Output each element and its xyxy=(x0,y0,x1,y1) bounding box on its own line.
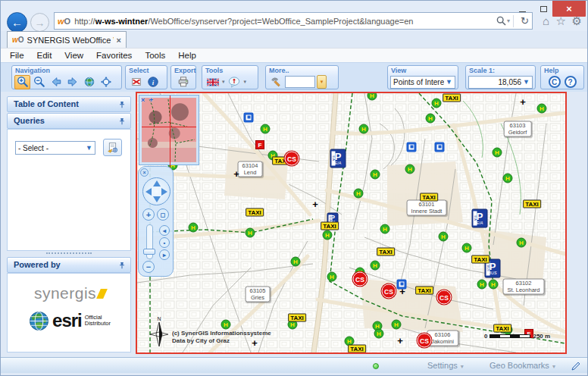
previous-view-button[interactable]: ◂ xyxy=(159,225,170,236)
tab-close-icon[interactable]: × xyxy=(117,36,121,45)
zoom-in-button[interactable] xyxy=(14,75,30,89)
carsharing-marker[interactable]: CS xyxy=(382,284,396,299)
transit-stop-marker[interactable]: H xyxy=(261,124,271,134)
maptip-bubble-icon[interactable] xyxy=(227,75,242,89)
chevron-down-icon[interactable]: ▾ xyxy=(222,79,225,85)
dropdown-arrow-icon[interactable]: ▼ xyxy=(523,78,530,86)
transit-stop-marker[interactable]: H xyxy=(405,164,415,174)
taxi-marker[interactable]: TAXI xyxy=(471,255,489,264)
zoom-out-widget-button[interactable]: − xyxy=(142,261,155,273)
pan-left-arrow[interactable] xyxy=(145,188,152,196)
help-button[interactable]: ? xyxy=(565,76,577,88)
search-icon[interactable] xyxy=(496,16,506,26)
settings-gear-icon[interactable]: ⚙ xyxy=(572,14,582,28)
home-icon[interactable]: ⌂ xyxy=(543,14,549,27)
taxi-marker[interactable]: TAXI xyxy=(493,324,511,333)
transit-stop-marker[interactable]: H xyxy=(392,320,402,330)
pan-up-arrow[interactable] xyxy=(153,180,161,186)
taxi-marker[interactable]: TAXI xyxy=(377,248,395,256)
taxi-marker[interactable]: TAXI xyxy=(523,200,541,208)
zoom-box-widget-button[interactable]: ◻ xyxy=(157,208,169,221)
geo-bookmarks-menu[interactable]: Geo Bookmarks▾ xyxy=(489,361,555,370)
transit-stop-marker[interactable]: H xyxy=(380,224,390,234)
navigator-close-icon[interactable]: × xyxy=(140,168,149,177)
overview-close-icon[interactable]: × xyxy=(141,96,145,104)
taxi-marker[interactable]: TAXI xyxy=(321,222,339,230)
scale-input[interactable]: 18,056 ▼ xyxy=(468,76,533,89)
pin-icon[interactable] xyxy=(118,101,126,109)
transit-stop-marker[interactable]: H xyxy=(432,99,442,108)
menu-item-favorites[interactable]: Favorites xyxy=(96,51,132,60)
taxi-marker[interactable]: TAXI xyxy=(246,208,264,217)
poi-cross-marker[interactable]: + xyxy=(233,171,239,178)
menu-item-tools[interactable]: Tools xyxy=(145,51,165,60)
menu-item-help[interactable]: Help xyxy=(178,51,196,60)
transit-stop-marker[interactable]: H xyxy=(291,257,301,267)
transit-stop-marker[interactable]: H xyxy=(493,148,502,158)
transit-stop-marker[interactable]: H xyxy=(371,170,380,180)
transit-stop-marker[interactable]: H xyxy=(537,104,547,114)
panel-header-queries[interactable]: Queries xyxy=(7,113,131,129)
zoom-slider-handle[interactable] xyxy=(143,249,155,255)
transit-stop-marker[interactable]: H xyxy=(359,124,369,134)
carsharing-marker[interactable]: CS xyxy=(437,290,452,305)
language-flag-icon[interactable] xyxy=(205,75,220,89)
transit-stop-marker[interactable]: H xyxy=(368,92,377,101)
info-icon[interactable]: i xyxy=(145,75,161,89)
transit-stop-marker[interactable]: H xyxy=(371,261,380,271)
poi-cross-marker[interactable]: + xyxy=(520,99,526,106)
transit-stop-marker[interactable]: H xyxy=(503,174,513,183)
transit-stop-marker[interactable]: H xyxy=(517,238,527,248)
taxi-marker[interactable]: TAXI xyxy=(288,314,306,322)
search-caret-icon[interactable]: ▾ xyxy=(507,17,510,24)
view-dropdown[interactable]: Points of Intere... ▼ xyxy=(390,76,455,89)
transit-stop-marker[interactable]: H xyxy=(462,243,472,253)
transit-stop-marker[interactable]: H xyxy=(477,280,487,290)
parking-marker[interactable]: E/APE/A xyxy=(330,149,346,168)
taxi-marker[interactable]: TAXI xyxy=(415,287,433,295)
clear-selection-icon[interactable] xyxy=(128,75,144,89)
panel-header-powered-by[interactable]: Powered by xyxy=(7,257,131,273)
more-search-input[interactable] xyxy=(285,76,315,88)
query-builder-button[interactable]: R xyxy=(103,139,122,156)
transit-stop-marker[interactable]: H xyxy=(221,320,231,330)
poi-cross-marker[interactable]: + xyxy=(312,201,318,208)
transit-stop-marker[interactable]: H xyxy=(426,114,436,124)
menu-item-edit[interactable]: Edit xyxy=(37,51,52,60)
transit-stop-marker[interactable]: H xyxy=(489,280,499,290)
next-extent-button[interactable] xyxy=(64,75,80,89)
transit-stop-marker[interactable]: H xyxy=(439,232,449,242)
chevron-down-icon[interactable]: ▾ xyxy=(244,79,247,85)
overview-move-icon[interactable]: + xyxy=(149,96,153,104)
poi-cross-marker[interactable]: + xyxy=(397,337,403,345)
browser-tab[interactable]: wO SYNERGIS WebOffice Web... × xyxy=(7,31,127,48)
transit-stop-marker[interactable]: H xyxy=(354,189,364,199)
pin-icon[interactable] xyxy=(118,262,126,270)
carsharing-marker[interactable]: CS xyxy=(418,334,432,348)
fire-marker[interactable]: F xyxy=(255,140,264,149)
hammer-tools-icon[interactable] xyxy=(268,75,284,89)
menu-item-file[interactable]: File xyxy=(10,51,24,60)
previous-extent-button[interactable] xyxy=(48,75,64,89)
browser-forward-button[interactable]: → xyxy=(30,13,49,32)
map-navigation-widget[interactable]: × + ◻ ◂ • ▸ − xyxy=(138,166,174,277)
transit-stop-marker[interactable]: H xyxy=(374,329,384,339)
photo-marker[interactable] xyxy=(407,143,417,152)
zoom-out-button[interactable] xyxy=(31,75,47,89)
pan-right-arrow[interactable] xyxy=(161,188,167,196)
pan-compass[interactable] xyxy=(142,177,170,205)
transit-stop-marker[interactable]: H xyxy=(323,230,333,240)
zoom-extent-button[interactable] xyxy=(98,75,114,89)
zoom-in-widget-button[interactable]: + xyxy=(142,208,155,221)
carsharing-marker[interactable]: CS xyxy=(353,272,368,287)
parking-marker[interactable]: E/APE/A xyxy=(472,209,488,228)
poi-cross-marker[interactable]: + xyxy=(399,288,405,296)
query-select-dropdown[interactable]: - Select - ▼ xyxy=(15,141,95,155)
taxi-marker[interactable]: TAXI xyxy=(420,193,438,202)
refresh-icon[interactable]: ↻ xyxy=(521,15,529,27)
settings-menu[interactable]: Settings▾ xyxy=(427,361,464,370)
browser-back-button[interactable]: ← xyxy=(7,12,27,33)
sidebar-splitter[interactable] xyxy=(46,252,92,254)
print-icon[interactable] xyxy=(176,75,192,89)
transit-stop-marker[interactable]: H xyxy=(189,223,199,233)
